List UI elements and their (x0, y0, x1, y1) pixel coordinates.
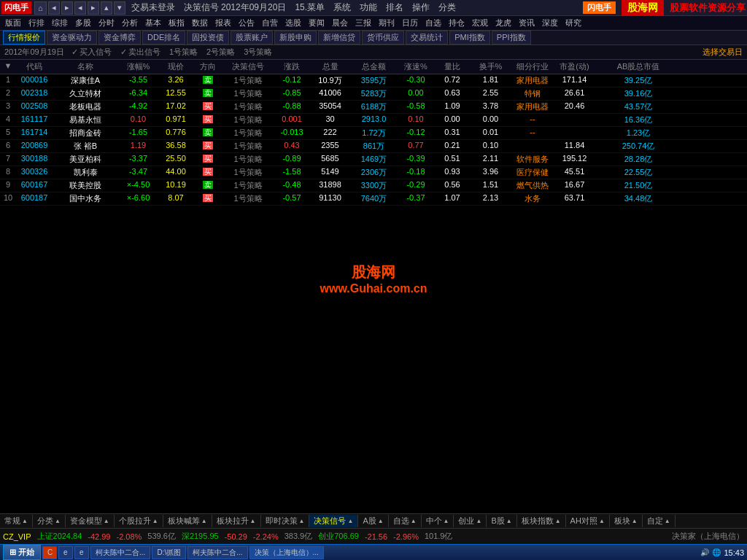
menu-shuju[interactable]: 数据 (190, 18, 210, 28)
table-row[interactable]: 7 300188 美亚柏科 -3.37 25.50 买 1号策略 -0.89 5… (0, 153, 747, 166)
row-code[interactable]: 300326 (16, 167, 53, 178)
col-volratio[interactable]: 量比 (434, 61, 471, 72)
taskbar-app-6[interactable]: 柯夫陈中二合... (187, 546, 247, 559)
col-change[interactable]: 涨幅% (118, 61, 158, 72)
col-chg[interactable]: 涨跌 (274, 61, 310, 72)
filter-1[interactable]: 1号策略 (166, 47, 201, 58)
menu-op[interactable]: 操作 (412, 1, 430, 14)
menu-shendo[interactable]: 深度 (540, 18, 560, 28)
menu-longhu[interactable]: 龙虎 (493, 18, 514, 28)
row-code[interactable]: 600167 (16, 180, 53, 191)
bottom-tab-5[interactable]: 板块拉升 ▲ (212, 515, 261, 527)
table-row[interactable]: 1 000016 深康佳A -3.55 3.26 卖 1号策略 -0.12 10… (0, 74, 747, 88)
menu-xuangu[interactable]: 选股 (283, 18, 303, 28)
row-name[interactable]: 张 裕B (53, 141, 118, 152)
filter-3[interactable]: 3号策略 (241, 47, 275, 58)
filter-sell[interactable]: ✓卖出信号 (117, 47, 163, 58)
menu-baobiao[interactable]: 报表 (213, 18, 233, 28)
row-name[interactable]: 老板电器 (53, 101, 118, 112)
select-trade-day[interactable]: 选择交易日 (703, 47, 743, 58)
col-turnover[interactable]: 换手% (471, 61, 511, 72)
menu-func[interactable]: 功能 (360, 1, 377, 14)
tab-jiaoyitongji[interactable]: 交易统计 (406, 31, 448, 44)
taskbar-app-4[interactable]: 柯夫陈中二合... (90, 546, 150, 559)
tab-huobijiaoyi[interactable]: 货币供应 (362, 31, 404, 44)
menu-chenhui[interactable]: 晨会 (330, 18, 350, 28)
menu-trade[interactable]: 交易未登录 (131, 1, 175, 14)
table-row[interactable]: 6 200869 张 裕B 1.19 36.58 买 1号策略 0.43 235… (0, 140, 747, 153)
tab-gupiaozhanghu[interactable]: 股票账户 (231, 31, 273, 44)
menu-gonggao[interactable]: 公告 (236, 18, 257, 28)
menu-system[interactable]: 系统 (333, 1, 351, 14)
filter-buy[interactable]: ✓买入信号 (69, 47, 115, 58)
bottom-tab-16[interactable]: 自定 ▲ (643, 515, 676, 527)
menu-rank[interactable]: 排名 (386, 1, 403, 14)
menu-zongpai[interactable]: 综排 (50, 18, 70, 28)
tab-pmi[interactable]: PMI指数 (449, 31, 490, 44)
taskbar-app-2[interactable]: e (58, 546, 73, 559)
nav-down[interactable]: ▾ (114, 1, 125, 15)
nav-prev1[interactable]: ◂ (48, 1, 60, 15)
bottom-tab-15[interactable]: 板块 ▲ (610, 515, 643, 527)
menu-fenxi[interactable]: 分析 (120, 18, 140, 28)
bottom-tab-4[interactable]: 板块喊筹 ▲ (163, 515, 212, 527)
menu-banzhi[interactable]: 板指 (166, 18, 187, 28)
row-name[interactable]: 凯利泰 (53, 167, 118, 178)
tab-gutouzhai[interactable]: 固投资债 (187, 31, 229, 44)
table-row[interactable]: 2 002318 久立特材 -6.34 12.55 卖 1号策略 -0.85 4… (0, 88, 747, 101)
row-code[interactable]: 161117 (16, 114, 53, 125)
menu-zixuan[interactable]: 自选 (423, 18, 444, 28)
tab-xinzengxindai[interactable]: 新增信贷 (318, 31, 360, 44)
nav-next1[interactable]: ▸ (61, 1, 73, 15)
row-code[interactable]: 300188 (16, 154, 53, 165)
row-code[interactable]: 600187 (16, 193, 53, 204)
menu-hangpai[interactable]: 行排 (26, 18, 47, 28)
taskbar-app-1[interactable]: C (42, 546, 57, 559)
table-row[interactable]: 8 300326 凯利泰 -3.47 44.00 买 1号策略 -1.58 51… (0, 166, 747, 179)
row-name[interactable]: 深康佳A (53, 75, 118, 86)
row-code[interactable]: 002318 (16, 88, 53, 99)
nav-up[interactable]: ▴ (101, 1, 112, 15)
filter-2[interactable]: 2号策略 (204, 47, 238, 58)
col-name[interactable]: 名称 (53, 61, 118, 72)
start-button[interactable]: ⊞ 开始 (3, 545, 41, 560)
row-code[interactable]: 200869 (16, 141, 53, 152)
taskbar-app-7[interactable]: 决策（上海电信）... (249, 546, 324, 559)
tab-zijinqudong[interactable]: 资金驱动力 (47, 31, 97, 44)
menu-rili[interactable]: 日历 (400, 18, 420, 28)
table-row[interactable]: 3 002508 老板电器 -4.92 17.02 买 1号策略 -0.88 3… (0, 101, 747, 114)
bottom-tab-10[interactable]: 中个 ▲ (422, 515, 454, 527)
table-row[interactable]: 4 161117 易基永恒 0.10 0.971 买 1号策略 0.001 30… (0, 114, 747, 127)
flash-btn[interactable]: 闪电手 (583, 1, 616, 14)
col-amt[interactable]: 总金额 (350, 61, 398, 72)
menu-zixun[interactable]: 资讯 (516, 18, 537, 28)
tab-qingjia[interactable]: 行情报价 (3, 31, 45, 44)
nav-next2[interactable]: ▸ (88, 1, 99, 15)
row-name[interactable]: 美亚柏科 (53, 154, 118, 165)
bottom-tab-8[interactable]: A股 ▲ (358, 515, 388, 527)
menu-hongguan[interactable]: 宏观 (470, 18, 490, 28)
bottom-tab-1[interactable]: 分类 ▲ (33, 515, 66, 527)
col-speed[interactable]: 涨速% (398, 61, 434, 72)
tab-xingugoushen[interactable]: 新股申购 (274, 31, 317, 44)
bottom-tab-7[interactable]: 决策信号 ▲ (309, 515, 358, 527)
taskbar-app-3[interactable]: e (74, 546, 89, 559)
table-row[interactable]: 5 161714 招商金砖 -1.65 0.776 卖 1号策略 -0.013 … (0, 127, 747, 140)
menu-qikan[interactable]: 期刊 (376, 18, 397, 28)
taskbar-app-5[interactable]: D:\抓图 (152, 546, 186, 559)
bottom-tab-13[interactable]: 板块指数 ▲ (517, 515, 566, 527)
row-code[interactable]: 000016 (16, 75, 53, 86)
row-name[interactable]: 国中水务 (53, 193, 118, 204)
menu-fenshi[interactable]: 分时 (96, 18, 117, 28)
menu-cat[interactable]: 分类 (438, 1, 456, 14)
tab-zijinboyi[interactable]: 资金博弈 (98, 31, 141, 44)
menu-jiben[interactable]: 基本 (143, 18, 163, 28)
menu-sanbao[interactable]: 三报 (353, 18, 374, 28)
menu-list[interactable]: 15.菜单 (295, 1, 325, 14)
bottom-tab-2[interactable]: 资金模型 ▲ (66, 515, 115, 527)
menu-yanjiu[interactable]: 研究 (563, 18, 584, 28)
col-pe[interactable]: 市盈(动) (554, 61, 595, 72)
bottom-tab-0[interactable]: 常规 ▲ (0, 515, 33, 527)
row-code[interactable]: 002508 (16, 101, 53, 112)
menu-yaowen[interactable]: 要闻 (306, 18, 327, 28)
